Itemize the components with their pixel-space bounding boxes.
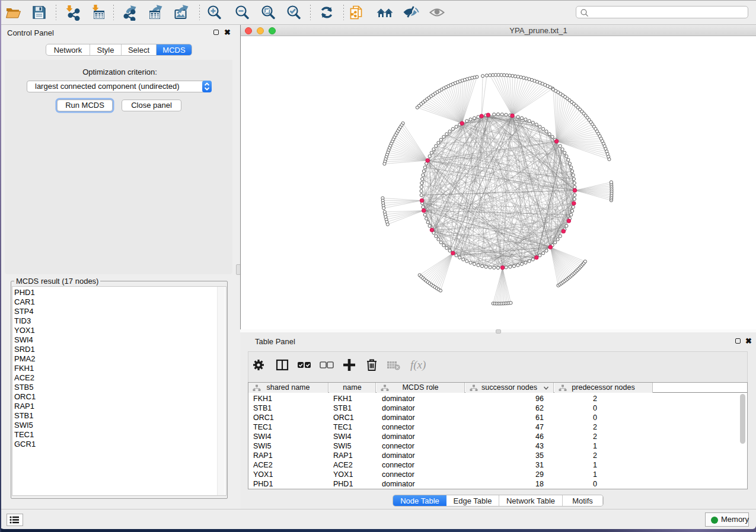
svg-text:f(x): f(x) [410, 358, 426, 371]
